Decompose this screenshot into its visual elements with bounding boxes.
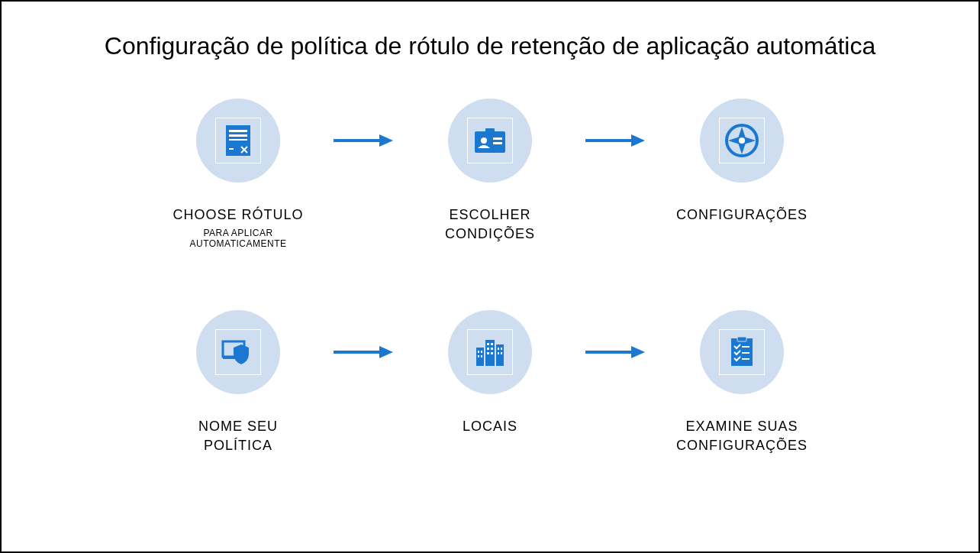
svg-rect-42 (737, 337, 746, 341)
step-review-settings: EXAMINE SUAS CONFIGURAÇÕES (666, 310, 818, 455)
svg-rect-28 (481, 355, 482, 357)
buildings-icon (467, 329, 513, 375)
page-title: Configuração de política de rótulo de re… (105, 32, 875, 60)
svg-rect-32 (491, 348, 493, 350)
svg-rect-27 (478, 355, 479, 357)
step-label: EXAMINE SUAS CONFIGURAÇÕES (666, 417, 818, 455)
step-settings: CONFIGURAÇÕES (666, 99, 818, 225)
flow-row-2: NOME SEU POLÍTICA (147, 310, 833, 455)
badge-icon (467, 118, 513, 163)
svg-rect-5 (334, 139, 379, 142)
svg-rect-37 (498, 352, 499, 354)
svg-marker-21 (379, 346, 393, 358)
step-label: CONFIGURAÇÕES (676, 205, 808, 225)
svg-marker-13 (631, 134, 645, 147)
step-label: CHOOSE RÓTULO (172, 205, 303, 225)
step-locations: LOCAIS (414, 310, 566, 436)
svg-rect-30 (491, 343, 493, 345)
step-circle (196, 310, 280, 394)
flow-row-1: CHOOSE RÓTULO PARA APLICAR AUTOMATICAMEN… (147, 99, 833, 249)
arrow-icon (582, 99, 650, 183)
arrow-icon (330, 99, 398, 183)
step-sublabel: PARA APLICAR AUTOMATICAMENTE (162, 228, 314, 249)
arrow-icon (582, 310, 650, 394)
step-circle (448, 310, 532, 394)
svg-rect-8 (485, 128, 495, 133)
step-circle (700, 99, 784, 183)
svg-rect-34 (491, 352, 493, 354)
svg-rect-39 (585, 351, 631, 354)
step-name-policy: NOME SEU POLÍTICA (162, 310, 314, 455)
step-choose-conditions: ESCOLHER CONDIÇÕES (414, 99, 566, 244)
svg-rect-31 (487, 348, 489, 350)
step-circle (196, 99, 280, 183)
checklist-icon (719, 329, 765, 375)
svg-rect-45 (742, 358, 750, 360)
step-choose-label: CHOOSE RÓTULO PARA APLICAR AUTOMATICAMEN… (162, 99, 314, 249)
svg-rect-35 (498, 348, 499, 350)
svg-rect-26 (481, 351, 482, 353)
svg-marker-6 (379, 134, 393, 147)
svg-rect-22 (476, 348, 484, 366)
flow-container: CHOOSE RÓTULO PARA APLICAR AUTOMATICAMEN… (147, 99, 833, 456)
svg-point-17 (739, 137, 745, 144)
arrow-icon (330, 310, 398, 394)
svg-rect-38 (501, 352, 502, 354)
svg-rect-11 (493, 142, 502, 144)
svg-rect-24 (496, 344, 504, 366)
svg-rect-29 (487, 343, 489, 345)
step-circle (448, 99, 532, 183)
svg-rect-10 (493, 137, 502, 140)
svg-rect-44 (742, 352, 750, 354)
svg-rect-33 (487, 352, 489, 354)
svg-marker-40 (631, 346, 645, 358)
document-icon (215, 118, 261, 163)
step-circle (700, 310, 784, 394)
svg-rect-2 (229, 134, 247, 137)
svg-rect-43 (742, 346, 750, 348)
svg-rect-20 (334, 351, 379, 354)
compass-icon (719, 118, 765, 163)
svg-rect-36 (501, 348, 502, 350)
svg-rect-4 (229, 148, 234, 150)
svg-rect-23 (485, 340, 495, 366)
shield-icon (215, 329, 261, 375)
step-label: ESCOLHER CONDIÇÕES (414, 205, 566, 244)
svg-rect-12 (585, 139, 631, 142)
svg-rect-3 (229, 139, 247, 141)
svg-rect-1 (229, 130, 247, 132)
svg-point-9 (481, 137, 487, 144)
svg-rect-25 (478, 351, 479, 353)
step-label: LOCAIS (463, 417, 517, 436)
step-label: NOME SEU POLÍTICA (162, 417, 314, 455)
